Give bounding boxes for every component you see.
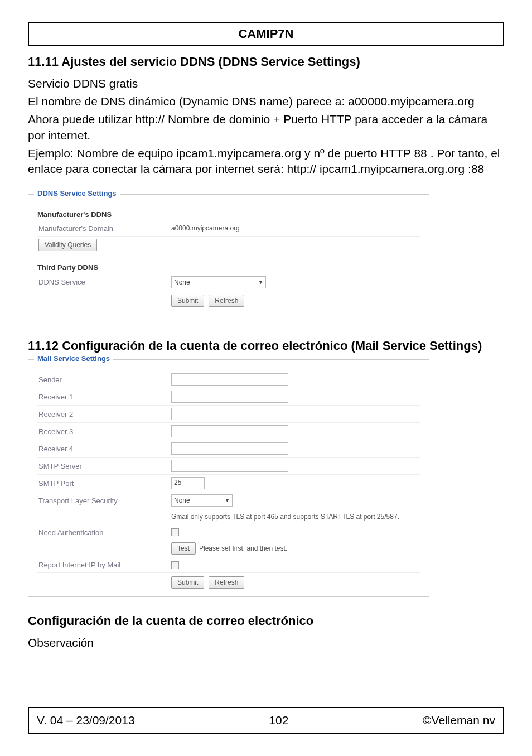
ddns-service-select[interactable]: None ▼ [171, 276, 266, 288]
footer-copyright: ©Velleman nv [423, 714, 495, 727]
submit-button[interactable]: Submit [171, 576, 204, 589]
tls-hint: Gmail only supports TLS at port 465 and … [171, 513, 399, 521]
receiver1-input[interactable] [171, 391, 288, 403]
text-line: Servicio DDNS gratis [28, 76, 504, 92]
need-auth-label: Need Authentication [37, 528, 171, 537]
footer-version: V. 04 – 23/09/2013 [37, 714, 135, 727]
receiver2-input[interactable] [171, 408, 288, 420]
mail-panel-legend: Mail Service Settings [34, 354, 113, 363]
doc-title: CAMIP7N [238, 27, 293, 41]
tls-select[interactable]: None ▼ [171, 494, 233, 507]
chevron-down-icon: ▼ [225, 498, 230, 503]
ddns-service-label: DDNS Service [37, 278, 171, 286]
sender-label: Sender [37, 375, 171, 384]
third-party-ddns-subhead: Third Party DDNS [37, 263, 420, 272]
tls-label: Transport Layer Security [37, 497, 171, 505]
report-ip-checkbox[interactable] [171, 561, 179, 569]
smtp-server-input[interactable] [171, 460, 288, 472]
text-line: Ejemplo: Nombre de equipo ipcam1.myipcam… [28, 146, 504, 177]
test-hint: Please set first, and then test. [199, 545, 287, 552]
mail-settings-panel: Mail Service Settings Sender Receiver 1 … [28, 359, 429, 597]
submit-button[interactable]: Submit [171, 295, 204, 307]
text-line: Ahora puede utilizar http:// Nombre de d… [28, 112, 504, 143]
sender-input[interactable] [171, 373, 288, 386]
tls-select-value: None [174, 497, 190, 504]
need-auth-checkbox[interactable] [171, 528, 179, 536]
receiver3-label: Receiver 3 [37, 427, 171, 436]
manufacturer-domain-label: Manufacturer's Domain [37, 224, 171, 233]
mail-config-heading: Configuración de la cuenta de correo ele… [28, 613, 504, 629]
page-footer: V. 04 – 23/09/2013 102 ©Velleman nv [28, 707, 504, 734]
receiver4-input[interactable] [171, 442, 288, 455]
text-line: El nombre de DNS dinámico (Dynamic DNS n… [28, 94, 504, 109]
section-11-11-body: Servicio DDNS gratis El nombre de DNS di… [28, 76, 504, 177]
smtp-port-input[interactable]: 25 [171, 477, 205, 489]
refresh-button[interactable]: Refresh [209, 295, 244, 307]
manufacturer-ddns-subhead: Manufacturer's DDNS [37, 210, 420, 219]
document-title-bar: CAMIP7N [28, 22, 504, 46]
manufacturer-domain-value: a0000.myipcamera.org [171, 224, 240, 232]
receiver1-label: Receiver 1 [37, 393, 171, 401]
smtp-server-label: SMTP Server [37, 462, 171, 470]
report-ip-label: Report Internet IP by Mail [37, 561, 171, 569]
receiver3-input[interactable] [171, 425, 288, 437]
ddns-service-select-value: None [174, 278, 190, 286]
smtp-port-label: SMTP Port [37, 479, 171, 488]
ddns-settings-panel: DDNS Service Settings Manufacturer's DDN… [28, 194, 429, 315]
chevron-down-icon: ▼ [258, 280, 263, 285]
footer-page: 102 [269, 714, 288, 727]
section-11-12-heading: 11.12 Configuración de la cuenta de corr… [28, 338, 504, 354]
ddns-panel-legend: DDNS Service Settings [34, 189, 120, 198]
test-button[interactable]: Test [171, 542, 196, 555]
receiver2-label: Receiver 2 [37, 410, 171, 418]
receiver4-label: Receiver 4 [37, 445, 171, 453]
validity-queries-button[interactable]: Validity Queries [38, 239, 97, 251]
section-11-11-heading: 11.11 Ajustes del servicio DDNS (DDNS Se… [28, 54, 504, 70]
observation-label: Observación [28, 635, 504, 651]
refresh-button[interactable]: Refresh [209, 576, 244, 589]
